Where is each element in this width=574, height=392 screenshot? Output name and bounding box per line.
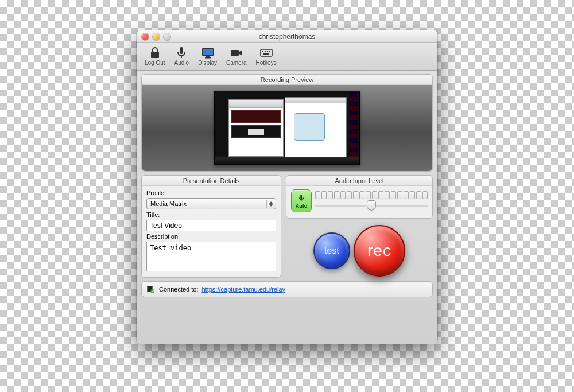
auto-level-button[interactable]: Auto (291, 189, 312, 212)
lock-icon (148, 47, 162, 59)
profile-value: Media Matrix (150, 200, 187, 207)
app-window: christopherthomas Log Out Audio Display … (137, 30, 437, 344)
status-label: Connected to: (159, 286, 199, 293)
preview-title: Recording Preview (142, 75, 432, 85)
preview-thumbnail (214, 91, 360, 165)
test-button[interactable]: test (313, 232, 350, 269)
status-bar: Connected to: https://capture.tamu.edu/r… (141, 281, 433, 297)
audio-label: Audio (174, 60, 189, 66)
mid-row: Presentation Details Profile: Media Matr… (141, 175, 433, 278)
svg-rect-7 (265, 51, 266, 52)
hotkeys-label: Hotkeys (256, 60, 277, 66)
record-controls: test rec (286, 223, 433, 278)
camera-button[interactable]: Camera (224, 46, 249, 67)
svg-rect-3 (205, 57, 211, 59)
keyboard-icon (259, 47, 273, 59)
svg-point-12 (150, 289, 154, 293)
svg-rect-2 (206, 56, 210, 57)
description-input[interactable] (146, 242, 276, 271)
audio-input-panel: Audio Input Level Auto (286, 175, 433, 219)
svg-rect-6 (262, 51, 263, 52)
svg-rect-8 (267, 51, 268, 52)
svg-rect-4 (231, 50, 239, 56)
record-button[interactable]: rec (354, 225, 405, 277)
window-title: christopherthomas (137, 33, 437, 41)
profile-select[interactable]: Media Matrix (146, 198, 276, 209)
title-input[interactable] (146, 220, 276, 231)
audio-level-slider[interactable] (315, 201, 428, 211)
camera-label: Camera (226, 60, 247, 66)
rec-label: rec (367, 242, 391, 260)
title-label: Title: (146, 211, 276, 218)
audio-button[interactable]: Audio (172, 46, 192, 67)
profile-label: Profile: (146, 189, 276, 196)
right-column: Audio Input Level Auto (286, 175, 433, 278)
display-button[interactable]: Display (196, 46, 219, 67)
logout-label: Log Out (145, 60, 165, 66)
details-title: Presentation Details (142, 176, 281, 186)
titlebar: christopherthomas (137, 30, 437, 43)
status-url-link[interactable]: https://capture.tamu.edu/relay (202, 286, 286, 293)
audio-meter (315, 191, 428, 199)
server-connected-icon (146, 285, 156, 294)
microphone-icon (297, 193, 305, 203)
auto-label: Auto (296, 203, 308, 209)
display-label: Display (198, 60, 217, 66)
content-area: Recording Preview Presentation Details P… (137, 71, 437, 344)
display-icon (201, 47, 215, 59)
audio-title: Audio Input Level (286, 176, 432, 186)
description-label: Description: (146, 233, 276, 240)
logout-button[interactable]: Log Out (142, 46, 168, 67)
microphone-icon (174, 47, 188, 59)
svg-rect-5 (261, 49, 272, 56)
chevron-updown-icon (266, 200, 274, 208)
svg-rect-1 (203, 49, 213, 55)
presentation-details-panel: Presentation Details Profile: Media Matr… (141, 175, 281, 278)
recording-preview-panel: Recording Preview (141, 74, 433, 172)
toolbar: Log Out Audio Display Camera Hotkeys (137, 43, 437, 71)
test-label: test (324, 246, 339, 256)
svg-rect-10 (263, 53, 269, 55)
svg-rect-9 (269, 51, 270, 52)
preview-body (142, 85, 432, 171)
slider-thumb-icon[interactable] (367, 200, 376, 211)
camera-icon (230, 47, 243, 59)
hotkeys-button[interactable]: Hotkeys (254, 46, 279, 67)
